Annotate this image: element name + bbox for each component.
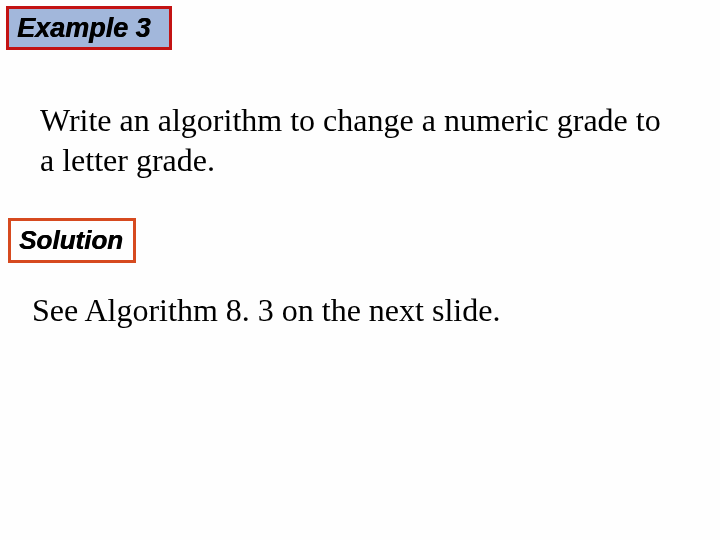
example-badge-label: Example 3 [17, 13, 151, 44]
solution-badge-label: Solution [19, 225, 123, 256]
example-badge: Example 3 [6, 6, 172, 50]
solution-badge: Solution [8, 218, 136, 263]
problem-statement: Write an algorithm to change a numeric g… [40, 100, 680, 180]
slide: Example 3 Write an algorithm to change a… [0, 0, 720, 540]
solution-body-text: See Algorithm 8. 3 on the next slide. [32, 290, 682, 330]
